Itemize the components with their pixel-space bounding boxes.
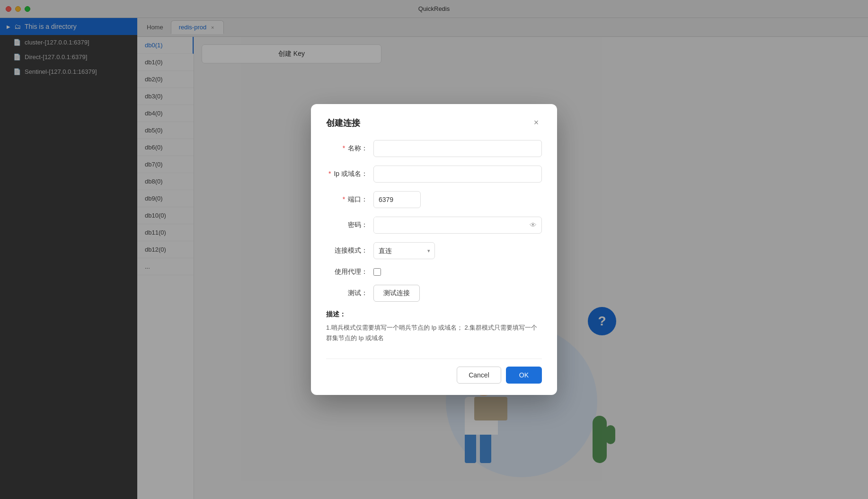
modal-footer: Cancel OK bbox=[326, 359, 542, 384]
form-row-connection-mode: 连接模式： 直连 哨兵 集群 ▾ bbox=[326, 242, 542, 259]
modal-title: 创建连接 bbox=[326, 117, 360, 129]
port-input[interactable] bbox=[373, 191, 421, 208]
use-proxy-checkbox[interactable] bbox=[373, 268, 381, 276]
modal-close-button[interactable]: × bbox=[531, 117, 542, 129]
modal-header: 创建连接 × bbox=[326, 117, 542, 129]
ip-input[interactable] bbox=[373, 166, 542, 183]
create-connection-modal: 创建连接 × * 名称： * Ip 或域名： * 端口： bbox=[311, 104, 557, 395]
cancel-button[interactable]: Cancel bbox=[457, 367, 501, 384]
name-label: * 名称： bbox=[326, 144, 373, 153]
connection-mode-label: 连接模式： bbox=[326, 246, 373, 255]
use-proxy-label: 使用代理： bbox=[326, 268, 373, 276]
required-star-ip: * bbox=[328, 170, 331, 177]
description-section: 描述： 1.哨兵模式仅需要填写一个哨兵节点的 Ip 或域名； 2.集群模式只需要… bbox=[326, 310, 542, 349]
connection-mode-select-wrapper: 直连 哨兵 集群 ▾ bbox=[373, 242, 435, 259]
modal-overlay[interactable]: 创建连接 × * 名称： * Ip 或域名： * 端口： bbox=[0, 0, 868, 499]
connection-mode-select[interactable]: 直连 哨兵 集群 bbox=[373, 242, 435, 259]
password-input-wrapper: 👁 bbox=[373, 217, 542, 234]
ok-button[interactable]: OK bbox=[506, 367, 542, 384]
form-row-test: 测试： 测试连接 bbox=[326, 285, 542, 302]
description-text: 1.哨兵模式仅需要填写一个哨兵节点的 Ip 或域名； 2.集群模式只需要填写一个… bbox=[326, 323, 542, 343]
form-row-ip: * Ip 或域名： bbox=[326, 166, 542, 183]
eye-icon[interactable]: 👁 bbox=[525, 221, 541, 229]
port-label: * 端口： bbox=[326, 195, 373, 204]
ip-label: * Ip 或域名： bbox=[326, 170, 373, 178]
form-row-password: 密码： 👁 bbox=[326, 217, 542, 234]
required-star-port: * bbox=[343, 195, 345, 203]
form-row-proxy: 使用代理： bbox=[326, 268, 542, 276]
name-input[interactable] bbox=[373, 140, 542, 157]
form-row-name: * 名称： bbox=[326, 140, 542, 157]
form-row-port: * 端口： bbox=[326, 191, 542, 208]
test-label: 测试： bbox=[326, 289, 373, 298]
password-input[interactable] bbox=[374, 217, 525, 233]
password-label: 密码： bbox=[326, 221, 373, 229]
description-title: 描述： bbox=[326, 310, 542, 319]
test-connection-button[interactable]: 测试连接 bbox=[373, 285, 420, 302]
required-star: * bbox=[343, 144, 345, 152]
